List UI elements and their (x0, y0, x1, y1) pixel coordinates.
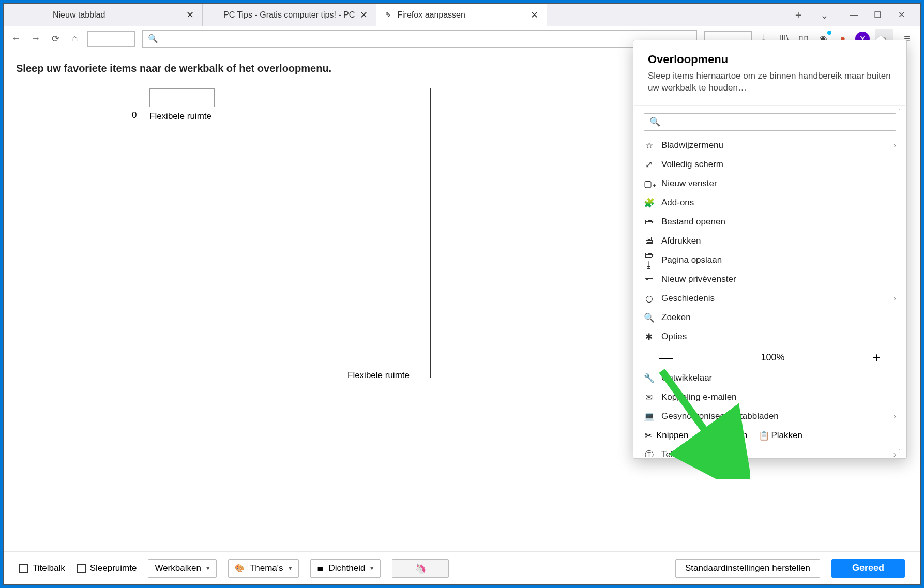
customize-main: Sleep uw favoriete items naar de werkbal… (4, 51, 920, 551)
panel-body: ˄ ˅ 🔍 ☆Bladwijzermenu› ⤢Volledig scherm … (634, 105, 905, 457)
menu-item-bookmarks[interactable]: ☆Bladwijzermenu› (644, 136, 896, 155)
menu-item-options[interactable]: ✱Opties (644, 327, 896, 346)
menu-item-new-window[interactable]: ▢₊Nieuw venster (644, 174, 896, 193)
overflow-panel: Overloopmenu Sleep items hiernaartoe om … (633, 40, 907, 459)
item-label: Flexibele ruimte (346, 370, 411, 381)
close-icon[interactable]: ✕ (529, 9, 539, 21)
puzzle-icon: 🧩 (644, 198, 654, 208)
titlebar-checkbox[interactable]: Titelbalk (19, 563, 65, 574)
tabs-dropdown-button[interactable]: ⌄ (816, 9, 832, 21)
menu-item-private-window[interactable]: ⬶Nieuw privévenster (644, 270, 896, 289)
palette-item-0[interactable]: 0 Flexibele ruimte (149, 88, 215, 122)
tab-1[interactable]: PC Tips - Gratis computer tips! - PC ✕ (203, 4, 376, 26)
theme-icon: 🎨 (235, 564, 245, 573)
menu-item-fullscreen[interactable]: ⤢Volledig scherm (644, 155, 896, 174)
cut-button[interactable]: ✂Knippen (644, 430, 688, 441)
forward-button[interactable]: → (28, 32, 43, 46)
unicorn-button[interactable]: 🦄 (392, 559, 449, 578)
tab-2-active[interactable]: ✎ Firefox aanpassen ✕ (376, 4, 547, 26)
flex-space-slot[interactable] (87, 31, 135, 47)
fullscreen-icon: ⤢ (644, 159, 654, 170)
tab-title: Firefox aanpassen (397, 10, 525, 20)
url-bar[interactable]: 🔍 (142, 30, 697, 48)
menu-item-synced-tabs[interactable]: 💻Gesynchroniseerde tabbladen› (644, 407, 896, 426)
edit-controls: ✂Knippen ⎘Kopiëren 📋Plakken (644, 426, 896, 445)
reload-button[interactable]: ⟳ (48, 32, 63, 46)
item-index: 0 (132, 110, 137, 120)
menu-item-save-page[interactable]: 🗁⭳Pagina opslaan (644, 251, 896, 270)
gear-icon: ✱ (644, 331, 654, 342)
customize-footer: Titelbalk Sleepruimte Werkbalken▾ 🎨Thema… (4, 551, 920, 584)
laptop-icon: 💻 (644, 411, 654, 422)
save-icon: 🗁⭳ (644, 250, 654, 270)
button-label: Gereed (852, 563, 884, 574)
tab-icon (39, 10, 49, 20)
mail-icon: ✉ (644, 392, 654, 403)
flex-space-box[interactable] (149, 88, 215, 107)
menu-label: Afdrukken (661, 236, 701, 246)
clipboard-icon: 📋 (759, 430, 768, 441)
divider (198, 88, 198, 378)
panel-description: Sleep items hiernaartoe om ze binnen han… (648, 70, 892, 94)
scroll-down-icon[interactable]: ˅ (898, 448, 901, 455)
scroll-up-icon[interactable]: ˄ (898, 108, 901, 115)
checkbox-label: Sleepruimte (90, 563, 137, 574)
tab-icon (210, 10, 219, 20)
menu-item-history[interactable]: ◷Geschiedenis› (644, 289, 896, 308)
mask-icon: ⬶ (644, 274, 654, 284)
close-window-button[interactable]: ✕ (889, 10, 913, 20)
palette-item-1[interactable]: Flexibele ruimte (346, 348, 411, 381)
toolbars-select[interactable]: Werkbalken▾ (148, 559, 216, 578)
select-label: Dichtheid (329, 563, 366, 574)
text-icon: Ⓣ (644, 449, 654, 457)
home-button[interactable]: ⌂ (68, 32, 82, 46)
zoom-out-button[interactable]: — (659, 350, 673, 366)
menu-item-addons[interactable]: 🧩Add-ons (644, 193, 896, 213)
menu-item-print[interactable]: 🖶Afdrukken (644, 232, 896, 251)
zoom-in-button[interactable]: + (873, 350, 881, 366)
minimize-button[interactable]: — (842, 10, 866, 20)
paste-label: Plakken (771, 430, 802, 441)
dragspace-checkbox[interactable]: Sleepruimte (77, 563, 137, 574)
themes-select[interactable]: 🎨Thema's▾ (228, 559, 299, 578)
menu-item-text-encoding[interactable]: ⓉTekstcodering› (644, 445, 896, 457)
menu-item-open-file[interactable]: 🗁Bestand openen (644, 213, 896, 232)
flex-space-box[interactable] (346, 348, 411, 366)
done-button[interactable]: Gereed (831, 559, 905, 578)
window-controls: — ☐ ✕ (842, 10, 913, 20)
panel-search-box[interactable]: 🔍 (644, 113, 896, 131)
checkbox-icon (77, 564, 86, 573)
folder-icon: 🗁 (644, 217, 654, 227)
scrollbar[interactable]: ˄ ˅ (895, 108, 904, 455)
restore-defaults-button[interactable]: Standaardinstellingen herstellen (675, 559, 820, 578)
new-tab-button[interactable]: ＋ (790, 8, 807, 22)
button-label: Standaardinstellingen herstellen (685, 563, 810, 574)
menu-label: Ontwikkelaar (661, 373, 712, 383)
window-icon: ▢₊ (644, 178, 654, 189)
density-select[interactable]: ≣Dichtheid▾ (310, 559, 381, 578)
menu-item-email-link[interactable]: ✉Koppeling e-mailen (644, 388, 896, 407)
zoom-value: 100% (761, 352, 784, 363)
panel-arrow (875, 35, 886, 40)
close-icon[interactable]: ✕ (185, 9, 195, 21)
close-icon[interactable]: ✕ (359, 9, 369, 21)
paste-button[interactable]: 📋Plakken (759, 430, 802, 441)
copy-label: Kopiëren (712, 430, 747, 441)
copy-button[interactable]: ⎘Kopiëren (700, 430, 747, 441)
select-label: Werkbalken (155, 563, 201, 574)
menu-label: Volledig scherm (661, 159, 723, 170)
back-button[interactable]: ← (9, 32, 23, 46)
search-icon: 🔍 (148, 34, 158, 43)
menu-label: Zoeken (661, 312, 691, 323)
menu-item-search[interactable]: 🔍Zoeken (644, 308, 896, 327)
select-label: Thema's (250, 563, 283, 574)
firefox-window: Nieuw tabblad ✕ PC Tips - Gratis compute… (3, 3, 921, 585)
tab-filler (4, 4, 32, 26)
chevron-down-icon: ▾ (370, 564, 374, 572)
wrench-icon: 🔧 (644, 373, 654, 384)
menu-item-developer[interactable]: 🔧Ontwikkelaar (644, 369, 896, 388)
tab-0[interactable]: Nieuw tabblad ✕ (32, 4, 203, 26)
maximize-button[interactable]: ☐ (866, 10, 889, 20)
star-icon: ☆ (644, 140, 654, 151)
menu-label: Pagina opslaan (661, 255, 722, 265)
